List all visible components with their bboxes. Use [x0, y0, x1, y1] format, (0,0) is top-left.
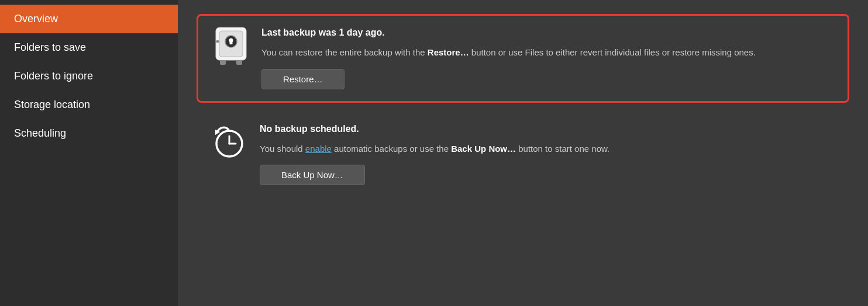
sidebar-item-folders-to-ignore[interactable]: Folders to ignore — [0, 62, 178, 91]
sidebar-item-label: Folders to save — [14, 41, 86, 53]
schedule-desc-bold: Back Up Now… — [451, 144, 516, 154]
schedule-desc-part1: You should — [260, 144, 305, 154]
schedule-card-description: You should enable automatic backups or u… — [260, 142, 835, 156]
clock-icon-container — [211, 124, 248, 161]
svg-rect-6 — [220, 60, 226, 65]
schedule-desc-part3: button to start one now. — [516, 144, 609, 154]
backup-restore-title: Last backup was 1 day ago. — [261, 27, 833, 38]
sidebar-item-label: Storage location — [14, 99, 90, 110]
backup-restore-desc-part1: You can restore the entire backup with t… — [261, 47, 428, 57]
main-content: Last backup was 1 day ago. You can resto… — [178, 0, 868, 306]
sidebar-item-storage-location[interactable]: Storage location — [0, 91, 178, 119]
enable-link[interactable]: enable — [305, 144, 332, 154]
sidebar-item-label: Scheduling — [14, 127, 66, 139]
vault-icon-container — [212, 27, 250, 65]
backup-restore-card-content: Last backup was 1 day ago. You can resto… — [261, 27, 833, 89]
backup-restore-desc-part2: button or use Files to either revert ind… — [469, 47, 756, 57]
clock-icon — [211, 124, 247, 161]
svg-rect-5 — [216, 40, 219, 43]
sidebar-item-label: Folders to ignore — [14, 70, 93, 82]
schedule-card-title: No backup scheduled. — [260, 124, 835, 134]
sidebar-item-scheduling[interactable]: Scheduling — [0, 119, 178, 148]
backup-restore-card: Last backup was 1 day ago. You can resto… — [197, 14, 849, 103]
svg-rect-7 — [236, 60, 242, 65]
restore-button[interactable]: Restore… — [261, 69, 345, 89]
svg-rect-4 — [230, 41, 233, 44]
sidebar-item-overview[interactable]: Overview — [0, 5, 178, 33]
backup-now-button[interactable]: Back Up Now… — [260, 165, 365, 185]
backup-restore-description: You can restore the entire backup with t… — [261, 46, 833, 60]
sidebar-item-folders-to-save[interactable]: Folders to save — [0, 33, 178, 62]
sidebar: Overview Folders to save Folders to igno… — [0, 0, 178, 306]
schedule-desc-part2: automatic backups or use the — [332, 144, 451, 154]
schedule-card-content: No backup scheduled. You should enable a… — [260, 124, 835, 186]
vault-icon — [214, 26, 248, 66]
backup-restore-desc-bold: Restore… — [428, 47, 469, 57]
schedule-card: No backup scheduled. You should enable a… — [197, 112, 849, 197]
sidebar-item-label: Overview — [14, 13, 58, 25]
